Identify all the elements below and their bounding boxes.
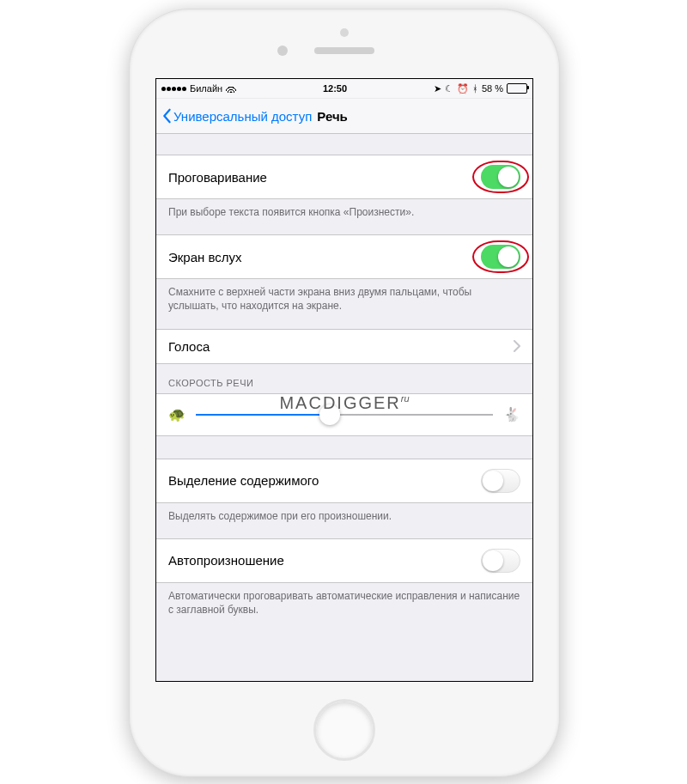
toggle-speak-screen[interactable] <box>481 245 520 269</box>
rate-slider[interactable] <box>196 406 493 423</box>
footer-autospeak: Автоматически проговаривать автоматическ… <box>156 583 532 617</box>
wifi-icon <box>226 85 236 93</box>
dnd-icon: ☾ <box>445 83 453 94</box>
row-voices[interactable]: Голоса <box>156 329 532 364</box>
footer-speak-screen: Смахните с верхней части экрана вниз дву… <box>156 279 532 313</box>
chevron-left-icon <box>161 108 172 124</box>
slider-fill <box>196 414 330 416</box>
home-button[interactable] <box>313 699 375 761</box>
earpiece-speaker <box>314 47 374 54</box>
settings-content: Проговаривание При выборе текста появитс… <box>156 132 532 681</box>
back-button[interactable]: Универсальный доступ <box>161 108 312 124</box>
chevron-right-icon <box>514 340 520 352</box>
bluetooth-icon: ᚼ <box>472 83 478 94</box>
status-bar: Билайн 12:50 ➤ ☾ ⏰ ᚼ 58 % <box>156 79 532 99</box>
phone-body: Билайн 12:50 ➤ ☾ ⏰ ᚼ 58 % Универсальный … <box>129 9 560 777</box>
front-camera <box>277 46 288 56</box>
footer-speak-selection: При выборе текста появится кнопка «Произ… <box>156 199 532 219</box>
header-rate: СКОРОСТЬ РЕЧИ <box>156 364 532 393</box>
row-speak-screen[interactable]: Экран вслух <box>156 234 532 279</box>
signal-dots <box>161 87 186 91</box>
battery-pct: 58 % <box>482 83 503 94</box>
nav-bar: Универсальный доступ Речь <box>156 99 532 134</box>
page-title: Речь <box>317 109 348 124</box>
rabbit-icon: 🐇 <box>503 406 520 422</box>
toggle-autospeak[interactable] <box>481 549 520 573</box>
row-rate-slider: 🐢 🐇 <box>156 393 532 436</box>
battery-icon <box>507 83 527 94</box>
screen: Билайн 12:50 ➤ ☾ ⏰ ᚼ 58 % Универсальный … <box>155 78 533 682</box>
row-label: Экран вслух <box>168 250 242 264</box>
row-autospeak[interactable]: Автопроизношение <box>156 538 532 583</box>
slider-thumb[interactable] <box>319 404 340 425</box>
row-label: Проговаривание <box>168 170 267 185</box>
row-label: Голоса <box>168 339 210 354</box>
footer-highlight: Выделять содержимое при его произношении… <box>156 503 532 523</box>
row-label: Выделение содержимого <box>168 473 319 488</box>
stage: Билайн 12:50 ➤ ☾ ⏰ ᚼ 58 % Универсальный … <box>0 0 687 784</box>
back-label: Универсальный доступ <box>173 109 312 124</box>
status-left: Билайн <box>161 83 236 94</box>
status-time: 12:50 <box>323 83 347 94</box>
status-right: ➤ ☾ ⏰ ᚼ 58 % <box>434 83 527 94</box>
row-label: Автопроизношение <box>168 553 284 568</box>
toggle-highlight[interactable] <box>481 469 520 493</box>
toggle-speak-selection[interactable] <box>481 165 520 189</box>
turtle-icon: 🐢 <box>168 406 185 422</box>
carrier-label: Билайн <box>190 83 222 94</box>
proximity-sensor <box>340 28 349 37</box>
alarm-icon: ⏰ <box>457 83 469 94</box>
row-highlight[interactable]: Выделение содержимого <box>156 459 532 503</box>
location-icon: ➤ <box>434 83 441 94</box>
row-speak-selection[interactable]: Проговаривание <box>156 155 532 199</box>
